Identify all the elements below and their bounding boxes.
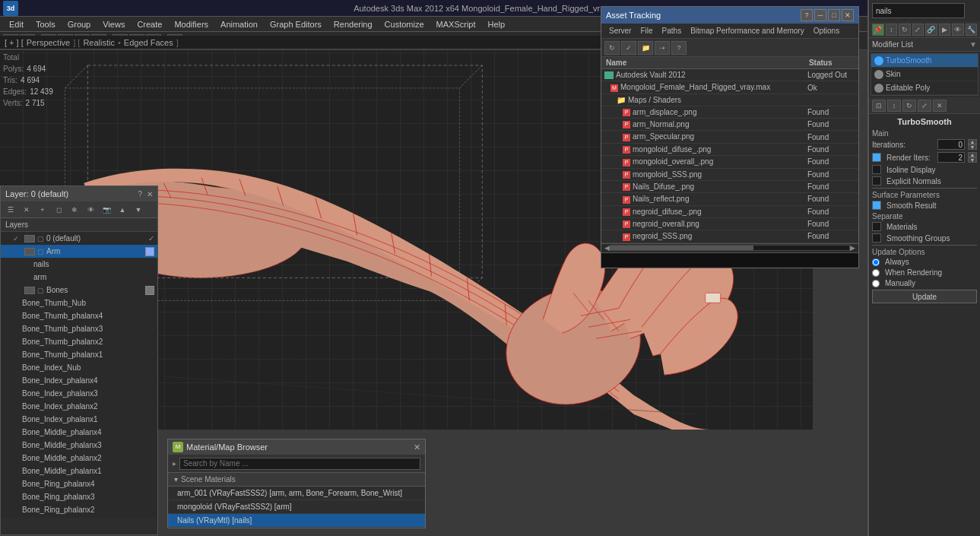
menu-modifiers[interactable]: Modifiers [168,18,214,30]
asset-row-arm-displace[interactable]: Parm_displace_.png Found [601,106,858,118]
ts-smooth-result-checkbox[interactable] [872,201,881,210]
col-status[interactable]: Status [804,57,858,69]
viewport-edged[interactable]: Edged Faces [124,38,173,47]
layer-up-button[interactable]: ▲ [116,204,129,216]
layer-item-bone-index-p2[interactable]: Bone_Index_phalanx2 [1,400,157,413]
mod-subtool-1[interactable]: ⊡ [872,100,886,112]
layer-item-bone-thumb-nub[interactable]: Bone_Thumb_Nub [1,297,157,309]
asset-menu-paths[interactable]: Paths [658,25,687,36]
asset-row-nails-reflect[interactable]: PNails_reflect.png Found [601,193,858,205]
layer-item-arm[interactable]: ▢ Arm [1,245,157,258]
material-search-input[interactable] [179,458,420,470]
right-icon-utility[interactable]: 🔧 [966,24,978,36]
menu-tools[interactable]: Tools [30,18,62,30]
layer-item-bone-ring-p2[interactable]: Bone_Ring_phalanx2 [1,503,157,516]
menu-animation[interactable]: Animation [214,18,264,30]
asset-row-negroid-sss[interactable]: Pnegroid_SSS.png Found [601,230,858,243]
ts-when-rendering-radio[interactable] [872,269,880,277]
viewport-type[interactable]: Perspective [27,38,70,47]
asset-row-negroid-difuse[interactable]: Pnegroid_difuse_.png Found [601,205,858,217]
menu-rendering[interactable]: Rendering [328,18,379,30]
layer-delete-button[interactable]: ✕ [20,204,33,216]
layer-down-button[interactable]: ▼ [132,204,145,216]
layer-item-bone-thumb-p3[interactable]: Bone_Thumb_phalanx3 [1,322,157,335]
layer-item-bone-middle-p3[interactable]: Bone_Middle_phalanx3 [1,439,157,452]
menu-graph-editors[interactable]: Graph Editors [264,18,328,30]
layer-item-bone-middle-p1[interactable]: Bone_Middle_phalanx1 [1,465,157,477]
ts-render-iters-input[interactable] [937,152,965,163]
ts-update-button[interactable]: Update [872,290,977,303]
asset-row-maps-folder[interactable]: 📁Maps / Shaders [601,94,858,106]
modifier-dropdown-arrow[interactable]: ▼ [969,40,977,49]
asset-row-arm-normal[interactable]: Parm_Normal.png Found [601,119,858,131]
asset-scrollbar[interactable]: ◀ ▶ [601,243,858,252]
asset-minimize-button[interactable]: ─ [814,9,826,21]
material-item-mongoloid[interactable]: mongoloid (VRayFastSSS2) [arm] [168,500,425,514]
asset-close-button[interactable]: ✕ [842,9,854,21]
right-icon-scale[interactable]: ⤢ [912,24,924,36]
ts-render-iters-checkbox[interactable] [872,153,881,162]
layer-freeze-button[interactable]: ❄ [68,204,81,216]
ts-render-iters-up[interactable]: ▲ [968,152,977,157]
ts-manually-radio[interactable] [872,280,880,287]
asset-tb-check[interactable]: ✓ [621,41,636,55]
asset-help-button[interactable]: ? [801,9,813,21]
menu-create[interactable]: Create [131,18,168,30]
ts-explicit-checkbox[interactable] [872,176,881,186]
layer-item-bone-index-p4[interactable]: Bone_Index_phalanx4 [1,374,157,387]
layer-item-bone-ring-p3[interactable]: Bone_Ring_phalanx3 [1,490,157,503]
asset-row-arm-specular[interactable]: Parm_Specular.png Found [601,131,858,143]
scroll-right-arrow[interactable]: ▶ [850,244,855,252]
layer-new-button[interactable]: ☰ [4,204,17,216]
layer-item-nails[interactable]: nails [1,258,157,271]
asset-tb-merge[interactable]: ⇢ [655,41,670,55]
asset-tb-help[interactable]: ? [671,41,687,55]
section-collapse-icon[interactable]: ▾ [174,475,178,484]
asset-menu-options[interactable]: Options [809,25,844,36]
ts-materials-checkbox[interactable] [872,222,881,231]
menu-maxscript[interactable]: MAXScript [430,18,482,30]
right-icon-motion[interactable]: ▶ [939,24,951,36]
right-icon-hierarchy[interactable]: 🔗 [925,24,937,36]
menu-group[interactable]: Group [62,18,97,30]
layer-item-bone-index-nub[interactable]: Bone_Index_Nub [1,361,157,374]
right-icon-display[interactable]: 👁 [952,24,964,36]
ts-iterations-up[interactable]: ▲ [968,139,977,144]
ts-isoline-checkbox[interactable] [872,165,881,174]
asset-row-max-file[interactable]: MMongoloid_Female_Hand_Rigged_vray.max O… [601,81,858,94]
ts-iterations-input[interactable] [937,139,965,150]
layer-item-bone-index-p1[interactable]: Bone_Index_phalanx1 [1,413,157,426]
layer-vis-bones[interactable] [24,287,35,294]
col-name[interactable]: Name [601,57,804,69]
mod-subtool-2[interactable]: ↕ [887,100,901,112]
viewport-shading[interactable]: Realistic [83,38,115,47]
scroll-track[interactable] [610,245,850,251]
layer-item-bone-thumb-p1[interactable]: Bone_Thumb_phalanx1 [1,348,157,361]
modifier-turbosmooth[interactable]: TurboSmooth [871,54,978,68]
layer-item-bone-ring-p1[interactable]: Bone_Ring_phalanx1 [1,516,157,518]
layer-hide-button[interactable]: 👁 [84,204,97,216]
menu-views[interactable]: Views [97,18,131,30]
ts-smoothing-groups-checkbox[interactable] [872,233,881,243]
asset-menu-server[interactable]: Server [604,25,636,36]
layer-item-arm-sub[interactable]: arm [1,271,157,284]
asset-maximize-button[interactable]: □ [828,9,840,21]
layers-close-button[interactable]: ✕ [147,190,153,198]
modifier-editable-poly[interactable]: Editable Poly [871,81,978,95]
material-item-nails[interactable]: Nails (VRayMtl) [nails] [168,514,425,528]
scroll-left-arrow[interactable]: ◀ [604,244,610,252]
asset-menu-file[interactable]: File [636,25,657,36]
asset-menu-bitmap[interactable]: Bitmap Performance and Memory [686,25,809,36]
layers-list[interactable]: ✓ ▢ 0 (default) ✓ ▢ Arm nails arm ▢ [1,232,157,518]
layer-item-bone-thumb-p2[interactable]: Bone_Thumb_phalanx2 [1,335,157,348]
layers-help-button[interactable]: ? [138,190,142,198]
right-icon-move[interactable]: ↕ [886,24,898,36]
layer-item-bone-index-p3[interactable]: Bone_Index_phalanx3 [1,387,157,400]
asset-path-input[interactable] [601,253,858,267]
layer-item-0-default[interactable]: ✓ ▢ 0 (default) ✓ [1,232,157,245]
asset-row-vault[interactable]: Autodesk Vault 2012 Logged Out [601,69,858,81]
layer-vis-arm[interactable] [24,248,35,255]
layer-item-bone-middle-p4[interactable]: Bone_Middle_phalanx4 [1,426,157,439]
right-icon-pin[interactable]: 📌 [872,24,884,36]
layer-add-button[interactable]: + [36,204,49,216]
